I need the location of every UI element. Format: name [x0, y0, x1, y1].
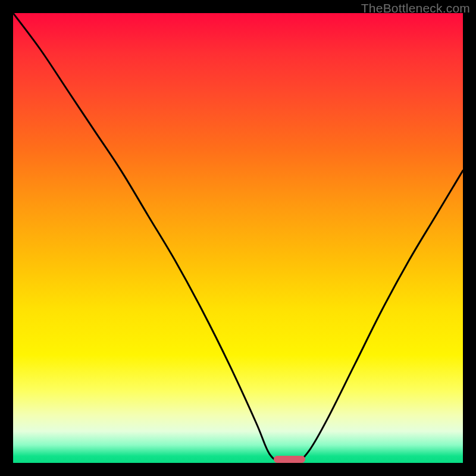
watermark-text: TheBottleneck.com [361, 1, 470, 15]
chart-frame: TheBottleneck.com [0, 0, 476, 476]
bottleneck-curve [13, 13, 463, 463]
plot-area [13, 13, 463, 463]
optimal-range-marker [274, 456, 305, 463]
